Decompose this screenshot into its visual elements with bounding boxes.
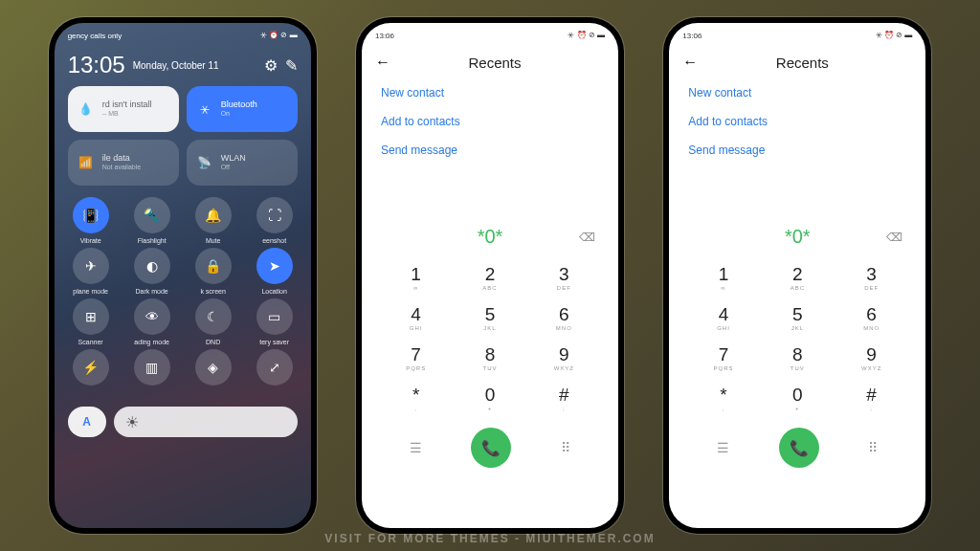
toggle-label: tery saver <box>259 339 289 345</box>
toggle-label: k screen <box>200 288 225 295</box>
status-right-icons: ⚹ ⏰ ⊘ ▬ <box>260 31 298 40</box>
key-letters: PQRS <box>713 365 733 371</box>
toggle-icon: ▭ <box>256 298 293 335</box>
dial-display: *0* ⌫ <box>669 212 925 253</box>
cc-toggle[interactable]: ◐Dark mode <box>123 248 181 295</box>
key-letters: TUV <box>482 365 497 371</box>
key-letters: TUV <box>791 365 805 371</box>
keypad-key[interactable]: 5JKL <box>453 298 526 338</box>
keypad-key[interactable]: 1∞ <box>686 257 760 298</box>
key-number: 4 <box>719 304 729 325</box>
dialer-header: ← Recents <box>362 44 618 80</box>
brightness-slider[interactable]: ☀ <box>114 407 298 437</box>
keypad-key[interactable]: 2ABC <box>761 257 835 298</box>
status-right-icons: ⚹ ⏰ ⊘ ▬ <box>568 31 605 40</box>
toggle-icon: ◐ <box>134 248 170 284</box>
toggle-label: plane mode <box>73 288 108 295</box>
keypad-key[interactable]: 9WXYZ <box>527 338 601 378</box>
keypad-key[interactable]: 4GHI <box>686 298 760 338</box>
cc-toggle[interactable]: 📳Vibrate <box>62 197 120 244</box>
toggle-label: DND <box>206 339 220 345</box>
toggle-icon: ✈ <box>73 248 109 284</box>
cc-toggle[interactable]: ⚡ <box>62 349 120 389</box>
keypad-key[interactable]: 2ABC <box>453 257 526 298</box>
cc-toggle[interactable]: ▭tery saver <box>246 298 303 345</box>
key-letters: DEF <box>557 285 571 291</box>
menu-icon[interactable]: ☰ <box>717 440 729 455</box>
page-title: Recents <box>692 55 912 71</box>
keypad-key[interactable]: *, <box>686 378 760 418</box>
backspace-icon[interactable]: ⌫ <box>579 231 595 244</box>
tile-install[interactable]: 💧 rd isn't install-- MB <box>68 86 179 132</box>
action-link[interactable]: Send message <box>688 143 906 157</box>
dialer-action-links: New contactAdd to contactsSend message <box>362 80 618 163</box>
tile-bluetooth[interactable]: ⚹ BluetoothOn <box>187 86 298 132</box>
key-number: 7 <box>411 344 421 365</box>
keypad-key[interactable]: 9WXYZ <box>835 338 908 378</box>
keypad-key[interactable]: #; <box>835 378 908 418</box>
toggle-icon: 🔒 <box>195 248 232 284</box>
keypad-key[interactable]: 0+ <box>761 378 835 418</box>
cc-toggle[interactable]: ✈plane mode <box>62 248 120 295</box>
key-number: * <box>720 385 726 406</box>
keypad-key[interactable]: 8TUV <box>761 338 835 378</box>
cc-toggle[interactable]: ▥ <box>123 349 181 389</box>
call-button[interactable]: 📞 <box>779 428 819 468</box>
cc-toggle[interactable]: ⤢ <box>246 349 303 389</box>
cc-toggle[interactable]: ☾DND <box>185 298 242 345</box>
keypad-key[interactable]: 4GHI <box>379 298 453 338</box>
keypad-key[interactable]: 3DEF <box>527 257 601 298</box>
action-link[interactable]: Add to contacts <box>381 115 599 128</box>
keypad-key[interactable]: 5JKL <box>761 298 835 338</box>
toggle-icon: 🔦 <box>134 197 170 233</box>
tile-wlan[interactable]: 📡 WLANOff <box>187 140 298 186</box>
cc-toggle[interactable]: ⊞Scanner <box>62 298 120 345</box>
toggle-icon: 👁 <box>134 298 170 335</box>
keypad-key[interactable]: 7PQRS <box>686 338 760 378</box>
keypad-key[interactable]: 7PQRS <box>379 338 453 378</box>
cc-toggle[interactable]: 👁ading mode <box>123 298 181 345</box>
menu-icon[interactable]: ☰ <box>410 440 422 455</box>
dial-display: *0* ⌫ <box>362 212 618 253</box>
call-button[interactable]: 📞 <box>471 428 511 468</box>
tile-mobile-data[interactable]: 📶 ile dataNot available <box>68 140 179 186</box>
key-letters: , <box>723 406 725 411</box>
cc-toggle[interactable]: ⛶eenshot <box>246 197 303 244</box>
action-link[interactable]: Send message <box>381 143 599 157</box>
brightness-icon: ☀ <box>125 413 139 431</box>
keypad-key[interactable]: #; <box>527 378 601 418</box>
backspace-icon[interactable]: ⌫ <box>886 231 902 244</box>
toggle-label: Flashlight <box>138 237 167 244</box>
key-number: 1 <box>719 264 729 285</box>
cc-toggle[interactable]: 🔔Mute <box>185 197 242 244</box>
settings-icon[interactable]: ⚙ <box>264 56 278 75</box>
auto-brightness-button[interactable]: A <box>68 407 106 437</box>
key-number: 3 <box>866 264 877 285</box>
toggle-label: Scanner <box>78 339 103 345</box>
key-number: 6 <box>866 304 877 325</box>
toggle-icon: ▥ <box>134 349 170 386</box>
keypad-key[interactable]: 3DEF <box>835 257 908 298</box>
cc-toggle[interactable]: ➤Location <box>246 248 303 295</box>
action-link[interactable]: Add to contacts <box>688 115 906 128</box>
edit-icon[interactable]: ✎ <box>285 56 298 75</box>
action-link[interactable]: New contact <box>381 86 599 99</box>
keypad-key[interactable]: 6MNO <box>527 298 601 338</box>
keypad-key[interactable]: 8TUV <box>453 338 526 378</box>
toggle-icon: 🔔 <box>195 197 232 233</box>
keypad-key[interactable]: 0+ <box>453 378 526 418</box>
action-link[interactable]: New contact <box>688 86 906 99</box>
keypad-key[interactable]: 1∞ <box>379 257 453 298</box>
cc-toggle[interactable]: 🔒k screen <box>185 248 242 295</box>
dialpad-icon[interactable]: ⠿ <box>561 440 570 455</box>
cc-toggle[interactable]: ◈ <box>185 349 242 389</box>
keypad-key[interactable]: 6MNO <box>835 298 908 338</box>
bluetooth-icon: ⚹ <box>198 102 212 116</box>
cc-toggle[interactable]: 🔦Flashlight <box>123 197 181 244</box>
key-letters: GHI <box>717 325 730 331</box>
toggle-label: eenshot <box>262 237 286 244</box>
keypad-key[interactable]: *, <box>379 378 453 418</box>
dialpad-icon[interactable]: ⠿ <box>868 440 878 455</box>
key-letters: + <box>795 406 800 411</box>
key-letters: ∞ <box>413 285 418 291</box>
